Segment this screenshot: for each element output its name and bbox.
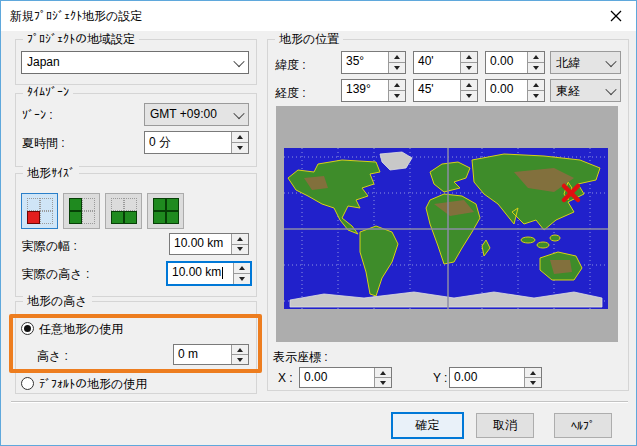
actual-height-value: 10.00 km: [168, 263, 233, 284]
dst-spinner[interactable]: 0 分: [144, 131, 249, 154]
dialog-new-project-terrain-settings: 新規ﾌﾟﾛｼﾞｪｸﾄ地形の設定 ﾌﾟﾛｼﾞｪｸﾄの地域設定 Japan ﾀｲﾑｿ…: [0, 0, 637, 446]
text-cursor: [222, 267, 223, 279]
latitude-label: 緯度 :: [275, 57, 306, 74]
x-coordinate-spinner[interactable]: 0.00: [299, 367, 392, 388]
longitude-sec-value: 0.00: [486, 80, 527, 101]
spin-up-icon[interactable]: [232, 234, 248, 245]
height-spinner-value: 0 m: [174, 345, 231, 364]
longitude-label: 経度 :: [275, 85, 306, 102]
size-1x2-icon: [69, 198, 95, 224]
latitude-deg-spinner[interactable]: 35°: [341, 51, 406, 74]
help-button-label: ﾍﾙﾌﾟ: [571, 419, 595, 433]
zone-combobox[interactable]: GMT +09:00: [144, 103, 249, 126]
x-label: X :: [278, 371, 293, 385]
world-map[interactable]: [284, 148, 608, 309]
size-option-2x1-button[interactable]: [105, 193, 142, 229]
latitude-sec-value: 0.00: [486, 52, 527, 73]
spin-up-icon[interactable]: [375, 368, 391, 378]
spin-up-icon[interactable]: [389, 52, 405, 63]
dialog-title: 新規ﾌﾟﾛｼﾞｪｸﾄ地形の設定: [10, 8, 142, 25]
longitude-min-value: 45': [414, 80, 460, 101]
map-panel: [276, 106, 618, 342]
help-button[interactable]: ﾍﾙﾌﾟ: [554, 413, 612, 438]
custom-terrain-radio[interactable]: [21, 322, 34, 335]
spin-up-icon[interactable]: [525, 368, 541, 378]
spin-up-icon[interactable]: [389, 80, 405, 91]
spin-up-icon[interactable]: [232, 132, 248, 143]
actual-height-label: 実際の高さ :: [22, 266, 89, 283]
y-coordinate-value: 0.00: [450, 368, 524, 387]
spin-down-icon[interactable]: [375, 378, 391, 387]
titlebar: 新規ﾌﾟﾛｼﾞｪｸﾄ地形の設定: [1, 1, 636, 31]
terrain-position-group-legend: 地形の位置: [275, 31, 343, 48]
longitude-min-spinner[interactable]: 45': [413, 79, 478, 102]
y-label: Y :: [433, 371, 447, 385]
longitude-deg-spinner[interactable]: 139°: [341, 79, 406, 102]
height-label: 高さ :: [37, 348, 68, 365]
spin-down-icon[interactable]: [461, 63, 477, 73]
latitude-min-spinner[interactable]: 40': [413, 51, 478, 74]
close-button[interactable]: [602, 5, 630, 27]
spin-down-icon[interactable]: [461, 91, 477, 101]
size-option-1x1-button[interactable]: [21, 193, 58, 229]
spin-up-icon[interactable]: [232, 345, 248, 355]
custom-terrain-radio-label: 任意地形の使用: [39, 321, 123, 338]
terrain-height-group-legend: 地形の高さ: [23, 293, 92, 310]
spin-up-icon[interactable]: [461, 52, 477, 63]
latitude-sec-spinner[interactable]: 0.00: [485, 51, 545, 74]
default-terrain-radio[interactable]: [21, 377, 34, 390]
region-combobox-value: Japan: [22, 52, 230, 73]
spin-down-icon[interactable]: [528, 63, 544, 73]
spin-down-icon[interactable]: [528, 91, 544, 101]
region-group-legend: ﾌﾟﾛｼﾞｪｸﾄの地域設定: [23, 31, 139, 48]
chevron-down-icon: [602, 52, 620, 73]
dst-label: 夏時間 :: [22, 135, 65, 152]
default-terrain-radio-label: ﾃﾞﾌｫﾙﾄの地形の使用: [39, 376, 147, 393]
longitude-deg-value: 139°: [342, 80, 388, 101]
close-icon: [610, 10, 622, 22]
spin-down-icon[interactable]: [389, 91, 405, 101]
longitude-sec-spinner[interactable]: 0.00: [485, 79, 545, 102]
x-coordinate-value: 0.00: [300, 368, 374, 387]
latitude-direction-value: 北緯: [551, 52, 602, 73]
latitude-min-value: 40': [414, 52, 460, 73]
latitude-direction-combobox[interactable]: 北緯: [550, 51, 621, 74]
size-2x2-icon: [153, 198, 179, 224]
cancel-button[interactable]: 取消: [476, 413, 534, 438]
timezone-group-legend: ﾀｲﾑｿﾞｰﾝ: [23, 85, 73, 99]
bottom-separator: [11, 401, 628, 403]
terrain-size-group-legend: 地形ｻｲｽﾞ: [23, 165, 79, 182]
actual-height-spinner[interactable]: 10.00 km: [166, 261, 252, 286]
spin-down-icon[interactable]: [232, 355, 248, 364]
region-combobox[interactable]: Japan: [21, 51, 249, 74]
spin-down-icon[interactable]: [232, 245, 248, 255]
chevron-down-icon: [230, 52, 248, 73]
spin-down-icon[interactable]: [389, 63, 405, 73]
y-coordinate-spinner[interactable]: 0.00: [449, 367, 542, 388]
height-spinner[interactable]: 0 m: [173, 344, 249, 365]
dst-spinner-value: 0 分: [145, 132, 231, 153]
size-option-1x2-button[interactable]: [63, 193, 100, 229]
spin-up-icon[interactable]: [528, 52, 544, 63]
spin-down-icon[interactable]: [232, 143, 248, 153]
actual-width-spinner[interactable]: 10.00 km: [169, 233, 249, 255]
size-option-2x2-button[interactable]: [147, 193, 184, 229]
ok-button-label: 確定: [416, 417, 440, 434]
spin-up-icon[interactable]: [461, 80, 477, 91]
spin-up-icon[interactable]: [528, 80, 544, 91]
longitude-direction-combobox[interactable]: 東経: [550, 79, 621, 102]
spin-up-icon[interactable]: [234, 263, 250, 274]
zone-combobox-value: GMT +09:00: [145, 104, 230, 125]
zone-label: ｿﾞｰﾝ :: [22, 108, 53, 122]
cancel-button-label: 取消: [493, 417, 517, 434]
actual-width-value: 10.00 km: [170, 234, 231, 254]
spin-down-icon[interactable]: [525, 378, 541, 387]
chevron-down-icon: [230, 104, 248, 125]
size-1x1-icon: [27, 198, 53, 224]
ok-button[interactable]: 確定: [391, 412, 464, 439]
chevron-down-icon: [602, 80, 620, 101]
actual-width-label: 実際の幅 :: [22, 238, 77, 255]
spin-down-icon[interactable]: [234, 274, 250, 284]
longitude-direction-value: 東経: [551, 80, 602, 101]
display-coords-label: 表示座標 :: [273, 349, 328, 366]
